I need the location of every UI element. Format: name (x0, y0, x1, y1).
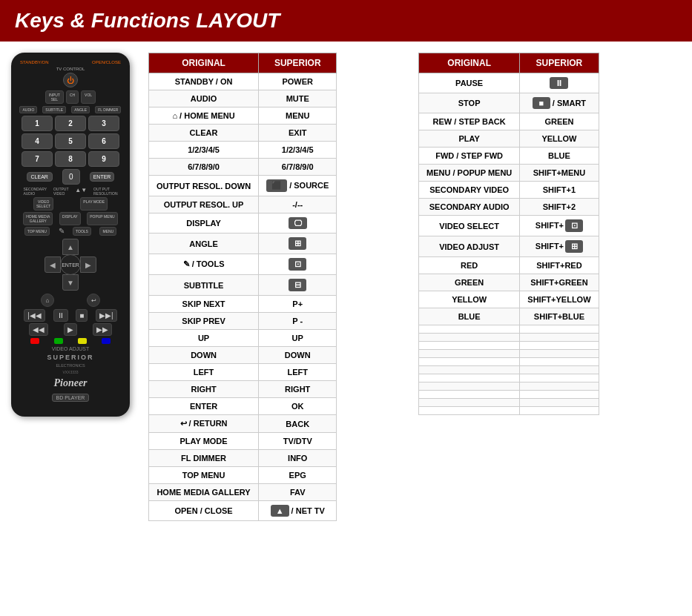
play-btn[interactable]: ▶ (64, 323, 77, 336)
table-row: RIGHT (259, 381, 337, 398)
table-row: SHIFT+MENU (520, 165, 599, 182)
num-5[interactable]: 5 (55, 133, 86, 149)
return-btn[interactable]: ↩ (87, 294, 100, 307)
table-row: 🖵 (259, 213, 337, 234)
menu-btn[interactable]: MENU (99, 227, 116, 236)
table-row: SHIFT+1 (520, 182, 599, 199)
open-close-label: OPEN/CLOSE (92, 60, 121, 64)
stop-btn[interactable]: ■ (76, 309, 88, 322)
red-btn[interactable] (30, 338, 39, 344)
table-row: SHIFT+⊡ (520, 216, 599, 236)
num-3[interactable]: 3 (88, 116, 119, 131)
video-select-btn[interactable]: VIDEOSELECT (33, 197, 53, 211)
table-row: ⊡ (259, 254, 337, 275)
table-row: 6/7/8/9/0 (259, 159, 337, 176)
table-row (419, 358, 520, 366)
func-row-3: TOP MENU ✎ TOOLS MENU (20, 227, 121, 236)
enter-remote-btn[interactable]: ENTER (90, 172, 115, 182)
table-row: 1/2/3/4/5 (259, 142, 337, 159)
table-row: SHIFT+BLUE (520, 308, 599, 325)
table-row: ■ / SMART (520, 93, 599, 113)
table-row (520, 342, 599, 350)
fl-dimmer-btn[interactable]: FL DIMMER (95, 106, 121, 113)
page-title: Keys & Functions LAYOUT (15, 9, 677, 33)
angle-btn[interactable]: ANGLE (71, 106, 90, 113)
dpad-section: ▲ ▼ ◀ ▶ ENTER (17, 239, 124, 291)
next-btn[interactable]: ▶▶| (96, 309, 117, 322)
dpad-enter[interactable]: ENTER (60, 254, 81, 275)
vol-btn[interactable]: VOL (81, 90, 96, 104)
prev-btn[interactable]: |◀◀ (24, 309, 45, 322)
table-row: HOME MEDIA GALLERY (149, 484, 259, 501)
table-row (520, 399, 599, 407)
dpad-down[interactable]: ▼ (62, 274, 79, 291)
num-6[interactable]: 6 (88, 133, 119, 149)
num-1[interactable]: 1 (22, 116, 53, 131)
left-mapping-table: ORIGINAL SUPERIOR STANDBY / ON POWER AUD… (148, 53, 337, 521)
num-7[interactable]: 7 (22, 151, 53, 167)
home-media-btn[interactable]: HOME MEDIAGALLERY (23, 212, 53, 225)
table-row (520, 391, 599, 399)
dpad-left[interactable]: ◀ (45, 256, 61, 273)
blue-btn[interactable] (102, 338, 111, 344)
dpad-right[interactable]: ▶ (80, 256, 96, 273)
green-btn[interactable] (54, 338, 63, 344)
table-row: TV/DTV (259, 433, 337, 450)
tools-btn[interactable]: TOOLS (73, 227, 91, 236)
table-row: MENU / POPUP MENU (419, 165, 520, 182)
table-row: GREEN (419, 274, 520, 291)
pioneer-logo: Pioneer BD PLAYER (17, 377, 124, 403)
table-row: STOP (419, 93, 520, 113)
table-row: LEFT (259, 364, 337, 381)
secondary-labels: SECONDARYAUDIO OUTPUTVIDEO ▲▼ OUT PUTRES… (20, 187, 121, 196)
table-row: ⏸ (520, 73, 599, 93)
table-row: PLAY (419, 130, 520, 148)
table-row (520, 366, 599, 374)
remote-image: STANDBY/ON OPEN/CLOSE TV CONTROL ⏻ INPUT… (11, 53, 137, 417)
transport-row: |◀◀ ⏸ ■ ▶▶| (20, 309, 121, 322)
table-row: SHIFT+⊞ (520, 236, 599, 257)
right-table: ORIGINAL SUPERIOR PAUSE ⏸ STOP ■ / SMART… (418, 53, 681, 521)
skip-row: ◀◀ ▶ ▶▶ (22, 323, 119, 336)
table-row: EXIT (259, 125, 337, 142)
num-2[interactable]: 2 (55, 116, 86, 131)
table-row: AUDIO (149, 90, 259, 107)
input-btn[interactable]: INPUTSEL (45, 90, 64, 104)
num-8[interactable]: 8 (55, 151, 86, 167)
audio-btn[interactable]: AUDIO (19, 106, 37, 113)
fwd-btn[interactable]: ▶▶ (93, 323, 112, 336)
dpad-up[interactable]: ▲ (62, 239, 79, 255)
table-row: RED (419, 257, 520, 274)
table-row: P - (259, 313, 337, 330)
subtitle-btn[interactable]: SUBTITLE (42, 106, 66, 113)
popup-menu-btn[interactable]: POPUP MENU (87, 212, 118, 225)
table-row: REW / STEP BACK (419, 113, 520, 130)
numpad: 1 2 3 4 5 6 7 8 9 (22, 116, 119, 167)
num-0[interactable]: 0 (62, 169, 80, 185)
ch-btn[interactable]: CH (66, 90, 79, 104)
table-row: SHIFT+2 (520, 199, 599, 216)
display-btn[interactable]: DISPLAY (59, 212, 81, 225)
table-row: SHIFT+RED (520, 257, 599, 274)
clear-btn[interactable]: CLEAR (27, 172, 53, 182)
num-4[interactable]: 4 (22, 133, 53, 149)
num-9[interactable]: 9 (88, 151, 119, 167)
top-menu-btn[interactable]: TOP MENU (24, 227, 50, 236)
video-adjust-label: VIDEO ADJUST (17, 346, 124, 351)
table-row: ENTER (149, 398, 259, 415)
table-row: OK (259, 398, 337, 415)
prev-skip-btn[interactable]: ◀◀ (29, 323, 48, 336)
table-row: OUTPUT RESOL. UP (149, 196, 259, 213)
table-row (419, 407, 520, 415)
home-btn[interactable]: ⌂ (41, 294, 54, 307)
tv-button-row: INPUTSEL CH VOL (17, 90, 124, 104)
power-button[interactable]: ⏻ (63, 73, 78, 87)
header: Keys & Functions LAYOUT (0, 0, 692, 42)
pause-btn[interactable]: ⏸ (53, 309, 68, 322)
yellow-btn[interactable] (78, 338, 87, 344)
table-row: OPEN / CLOSE (149, 501, 259, 521)
table-row: PLAY MODE (149, 433, 259, 450)
play-mode-btn[interactable]: PLAY MODE (80, 197, 108, 211)
table-row: SHIFT+GREEN (520, 274, 599, 291)
table-row (419, 325, 520, 334)
